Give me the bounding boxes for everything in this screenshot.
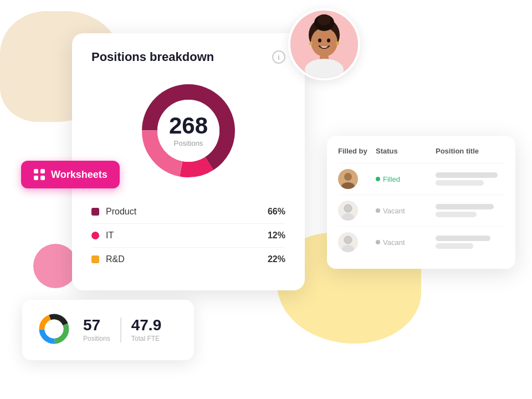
worksheets-button[interactable]: Worksheets — [21, 161, 120, 188]
positions-table-card: Filled by Status Position title Filled — [327, 136, 515, 269]
legend: Product 66% IT 12% R&D 22% — [91, 200, 285, 271]
mini-stats: 57 Positions 47.9 Total FTE — [83, 318, 171, 342]
position-title-bars — [436, 172, 504, 186]
card-title: Positions breakdown — [91, 50, 214, 64]
mini-fte-label: Total FTE — [131, 335, 162, 342]
status-dot-vacant-1 — [376, 208, 380, 213]
worksheets-label: Worksheets — [51, 169, 108, 181]
table-row: Vacant — [338, 195, 504, 226]
title-bar-top-2 — [436, 204, 494, 209]
bg-blob-pink — [33, 244, 78, 288]
status-text-vacant-2: Vacant — [383, 238, 405, 247]
position-title-bars-3 — [436, 236, 504, 249]
svg-point-13 — [305, 59, 344, 78]
mini-stats-card: 57 Positions 47.9 Total FTE — [22, 300, 194, 360]
person-illustration — [294, 12, 355, 78]
mini-fte-number: 47.9 — [131, 318, 162, 333]
legend-item-product: Product 66% — [91, 200, 285, 224]
svg-rect-2 — [34, 176, 38, 180]
svg-point-10 — [309, 42, 313, 45]
donut-center: 268 Positions — [169, 114, 208, 147]
svg-point-21 — [344, 204, 352, 212]
status-text-vacant-1: Vacant — [383, 207, 405, 215]
legend-pct-product: 66% — [268, 207, 285, 217]
legend-pct-rd: 22% — [268, 254, 285, 264]
svg-point-23 — [344, 236, 352, 244]
table-header: Filled by Status Position title — [338, 147, 504, 155]
col-header-filled-by: Filled by — [338, 147, 371, 155]
donut-total-label: Positions — [169, 139, 208, 147]
title-bar-bottom-3 — [436, 243, 473, 249]
mini-positions-number: 57 — [83, 318, 110, 333]
card-header: Positions breakdown i — [91, 50, 285, 64]
mini-stat-fte: 47.9 Total FTE — [121, 318, 172, 342]
table-row: Vacant — [338, 226, 504, 258]
title-bar-top — [436, 172, 498, 178]
svg-point-29 — [45, 320, 64, 339]
info-icon[interactable]: i — [272, 50, 285, 64]
avatar-vacant-2 — [338, 232, 358, 252]
title-bar-bottom — [436, 180, 484, 186]
svg-point-19 — [344, 173, 352, 181]
legend-dot-rd — [91, 255, 99, 263]
mini-donut-chart — [36, 311, 72, 349]
legend-label-product: Product — [106, 207, 136, 217]
grid-icon — [33, 168, 45, 181]
legend-dot-product — [91, 208, 99, 216]
mini-positions-label: Positions — [83, 335, 110, 342]
svg-point-9 — [327, 39, 330, 43]
person-icon-filled — [338, 169, 358, 189]
status-badge-filled: Filled — [376, 175, 431, 183]
legend-label-rd: R&D — [106, 254, 125, 264]
svg-point-24 — [342, 245, 354, 252]
donut-total-number: 268 — [169, 114, 208, 137]
svg-point-11 — [336, 42, 339, 45]
avatar — [288, 8, 360, 80]
donut-chart-container: 268 Positions — [91, 75, 285, 186]
avatar-filled — [338, 169, 358, 189]
col-header-position-title: Position title — [436, 147, 504, 155]
title-bar-bottom-2 — [436, 212, 477, 217]
status-text-filled: Filled — [383, 175, 400, 183]
svg-point-5 — [311, 28, 337, 57]
legend-item-rd: R&D 22% — [91, 248, 285, 271]
svg-point-8 — [318, 39, 321, 43]
mini-stat-positions: 57 Positions — [83, 318, 121, 342]
svg-rect-3 — [40, 176, 45, 180]
status-badge-vacant-2: Vacant — [376, 238, 431, 247]
legend-pct-it: 12% — [268, 231, 285, 241]
svg-rect-0 — [34, 169, 38, 173]
position-title-bars-2 — [436, 204, 504, 217]
person-icon-vacant-1 — [338, 201, 358, 221]
legend-item-it: IT 12% — [91, 224, 285, 248]
person-icon-vacant-2 — [338, 232, 358, 252]
title-bar-top-3 — [436, 236, 490, 241]
status-dot-filled — [376, 177, 380, 181]
table-row: Filled — [338, 163, 504, 195]
status-dot-vacant-2 — [376, 240, 380, 244]
svg-point-22 — [342, 213, 354, 221]
avatar-vacant-1 — [338, 201, 358, 221]
legend-dot-it — [91, 232, 99, 239]
mini-donut-svg — [36, 311, 72, 347]
status-badge-vacant-1: Vacant — [376, 207, 431, 215]
legend-label-it: IT — [106, 231, 114, 241]
col-header-status: Status — [376, 147, 431, 155]
svg-point-7 — [318, 14, 331, 25]
svg-rect-1 — [40, 169, 45, 173]
